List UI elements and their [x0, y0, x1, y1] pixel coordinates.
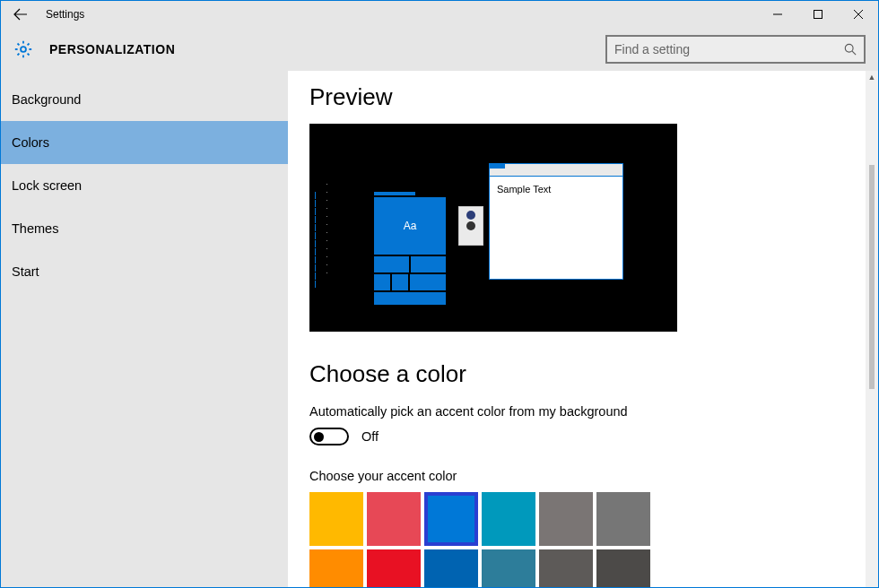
accent-swatch-label: Choose your accent color [309, 469, 844, 483]
sidebar-item-label: Start [12, 264, 39, 279]
sidebar-item-label: Lock screen [12, 178, 82, 193]
scroll-up-icon[interactable]: ▲ [866, 71, 878, 83]
accent-swatch-3[interactable] [482, 492, 535, 546]
choose-color-heading: Choose a color [309, 360, 844, 388]
accent-swatch-2[interactable] [424, 492, 478, 546]
accent-swatch-7[interactable] [367, 549, 421, 587]
preview-tile-large: Aa [374, 197, 446, 255]
auto-accent-toggle-row: Off [309, 428, 844, 445]
preview-document-thumb [458, 206, 483, 246]
svg-point-4 [21, 47, 26, 52]
accent-swatch-6[interactable] [309, 549, 363, 587]
sidebar-item-label: Themes [12, 221, 58, 236]
preview-window: Sample Text [489, 163, 623, 280]
sidebar-item-background[interactable]: Background [1, 78, 288, 121]
minimize-icon [773, 10, 782, 19]
header-row: PERSONALIZATION [1, 28, 878, 71]
preview-heading: Preview [309, 83, 844, 111]
back-arrow-icon [13, 7, 28, 22]
maximize-button[interactable] [797, 1, 838, 28]
preview-taskbar [315, 192, 327, 289]
gear-icon [13, 39, 33, 59]
sidebar-item-themes[interactable]: Themes [1, 207, 288, 250]
sidebar-item-lockscreen[interactable]: Lock screen [1, 164, 288, 207]
close-button[interactable] [838, 1, 878, 28]
auto-accent-label: Automatically pick an accent color from … [309, 404, 844, 419]
content-area: Preview [288, 71, 878, 587]
sidebar: Background Colors Lock screen Themes Sta… [1, 71, 288, 587]
window-controls [757, 1, 878, 28]
preview-tiles: Aa [374, 192, 446, 305]
minimize-button[interactable] [757, 1, 797, 28]
preview-pane: Aa [309, 124, 677, 332]
preview-window-text: Sample Text [490, 177, 622, 202]
toggle-knob [314, 432, 324, 442]
accent-swatch-10[interactable] [539, 549, 593, 587]
settings-window: Settings PERSONALIZATION [0, 0, 879, 588]
search-box[interactable] [605, 35, 866, 64]
auto-accent-toggle[interactable] [309, 428, 349, 445]
accent-swatch-grid [309, 492, 686, 587]
content: Preview [288, 71, 866, 587]
accent-swatch-1[interactable] [367, 492, 421, 546]
maximize-icon [814, 10, 822, 19]
search-input[interactable] [614, 42, 844, 56]
sidebar-item-colors[interactable]: Colors [1, 121, 288, 164]
accent-swatch-9[interactable] [482, 549, 535, 587]
svg-point-5 [845, 44, 853, 52]
sidebar-item-label: Colors [12, 135, 49, 150]
svg-rect-1 [814, 11, 822, 19]
app-title: Settings [40, 8, 84, 21]
back-button[interactable] [1, 1, 40, 28]
close-icon [854, 10, 863, 19]
auto-accent-state: Off [361, 429, 379, 444]
body: Background Colors Lock screen Themes Sta… [1, 71, 878, 587]
accent-swatch-4[interactable] [539, 492, 593, 546]
titlebar: Settings [1, 1, 878, 28]
accent-swatch-5[interactable] [596, 492, 650, 546]
sidebar-item-start[interactable]: Start [1, 250, 288, 293]
search-icon [844, 43, 857, 56]
svg-line-6 [852, 51, 856, 55]
sidebar-item-label: Background [12, 92, 81, 107]
titlebar-left: Settings [1, 1, 84, 28]
page-title: PERSONALIZATION [49, 42, 175, 56]
accent-swatch-11[interactable] [596, 549, 650, 587]
accent-swatch-0[interactable] [309, 492, 363, 546]
preview-tile-text: Aa [404, 220, 417, 232]
header-left: PERSONALIZATION [13, 39, 175, 59]
scroll-thumb[interactable] [869, 165, 875, 389]
scrollbar[interactable]: ▲ [866, 71, 878, 587]
accent-swatch-8[interactable] [424, 549, 478, 587]
